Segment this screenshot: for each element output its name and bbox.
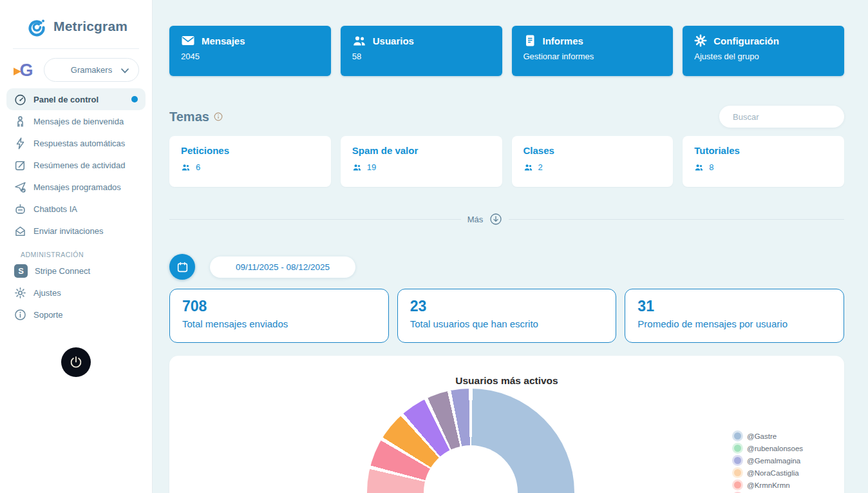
sidebar-item-ai-chatbots[interactable]: Chatbots IA bbox=[6, 198, 146, 220]
metric-cards-row: Mensajes 2045 Usuarios 58 bbox=[169, 26, 844, 76]
metric-card-reports[interactable]: Informes Gestionar informes bbox=[512, 26, 674, 76]
legend-label: @rubenalonsoes bbox=[747, 445, 803, 452]
sidebar-item-label: Respuestas automáticas bbox=[33, 139, 125, 148]
calendar-button[interactable] bbox=[169, 254, 195, 280]
topic-title: Spam de valor bbox=[352, 145, 491, 156]
chevron-down-icon bbox=[121, 68, 129, 73]
topic-card-clases[interactable]: Clases 2 bbox=[512, 136, 674, 187]
chart-card: Usuarios más activos @Gastre @rubenalons… bbox=[169, 356, 844, 493]
stat-value: 708 bbox=[182, 298, 376, 315]
users-icon bbox=[181, 163, 191, 171]
chart-legend: @Gastre @rubenalonsoes @Gemalmagina @Nor… bbox=[734, 432, 803, 493]
legend-item[interactable]: @rubenalonsoes bbox=[734, 445, 803, 452]
info-icon[interactable] bbox=[214, 112, 223, 121]
open-envelope-icon bbox=[14, 225, 26, 237]
sidebar-item-label: Mensajes programados bbox=[33, 182, 121, 192]
stat-card-total-messages: 708 Total mensajes enviados bbox=[169, 289, 389, 343]
more-divider[interactable]: Más bbox=[169, 213, 844, 226]
divider bbox=[13, 48, 139, 49]
send-check-icon bbox=[14, 181, 26, 193]
legend-item[interactable]: @Gastre bbox=[734, 432, 803, 440]
sidebar-item-label: Enviar invitaciones bbox=[33, 226, 103, 236]
search-box bbox=[719, 106, 844, 128]
topic-title: Peticiones bbox=[181, 145, 319, 156]
stat-value: 23 bbox=[410, 298, 604, 315]
power-button[interactable] bbox=[61, 347, 91, 377]
stripe-icon: S bbox=[14, 264, 28, 278]
stat-card-avg-messages: 31 Promedio de mensajes por usuario bbox=[625, 289, 844, 343]
metric-card-title: Usuarios bbox=[373, 35, 414, 46]
legend-label: @Gastre bbox=[747, 432, 777, 440]
topic-card-tutoriales[interactable]: Tutoriales 8 bbox=[683, 136, 844, 187]
arrow-down-circle-icon bbox=[489, 213, 502, 226]
legend-label: @Gemalmagina bbox=[747, 457, 800, 465]
legend-marker bbox=[734, 445, 741, 452]
envelope-icon bbox=[181, 34, 195, 47]
topic-count: 19 bbox=[367, 162, 376, 172]
welcome-person-icon bbox=[14, 115, 26, 128]
calendar-icon bbox=[176, 261, 189, 273]
bolt-icon bbox=[14, 137, 26, 150]
sidebar-item-label: Panel de control bbox=[33, 95, 99, 104]
workspace-selector[interactable]: Gramakers bbox=[44, 58, 139, 82]
sidebar-item-label: Resúmenes de actividad bbox=[33, 160, 125, 170]
sidebar-item-auto-replies[interactable]: Respuestas automáticas bbox=[6, 132, 146, 154]
topic-title: Tutoriales bbox=[694, 145, 833, 156]
sidebar-item-dashboard[interactable]: Panel de control bbox=[6, 88, 146, 110]
divider bbox=[169, 219, 461, 220]
metric-card-title: Mensajes bbox=[202, 35, 245, 46]
metric-card-messages[interactable]: Mensajes 2045 bbox=[169, 26, 331, 76]
sidebar-nav: Panel de control Mensajes de bienvenida … bbox=[6, 88, 146, 325]
sidebar-item-settings[interactable]: Ajustes bbox=[6, 282, 146, 304]
legend-marker bbox=[734, 469, 741, 476]
more-label: Más bbox=[467, 215, 484, 224]
paper-plane-icon bbox=[14, 68, 21, 75]
sidebar-item-label: Soporte bbox=[33, 310, 63, 320]
legend-item[interactable]: @KrmnKrmn bbox=[734, 481, 803, 488]
info-icon bbox=[14, 309, 26, 321]
sidebar-item-label: Ajustes bbox=[33, 288, 61, 298]
metric-card-value: Ajustes del grupo bbox=[694, 52, 833, 61]
metric-card-settings[interactable]: Configuración Ajustes del grupo bbox=[683, 26, 844, 76]
metric-card-users[interactable]: Usuarios 58 bbox=[341, 26, 502, 76]
workspace-name: Gramakers bbox=[71, 65, 112, 75]
users-icon bbox=[524, 163, 533, 171]
gear-icon bbox=[14, 287, 26, 299]
topics-heading: Temas bbox=[169, 110, 209, 124]
stat-label: Promedio de mensajes por usuario bbox=[637, 318, 831, 329]
main-content: Mensajes 2045 Usuarios 58 bbox=[153, 0, 868, 493]
gear-icon bbox=[694, 34, 707, 47]
stat-value: 31 bbox=[637, 298, 831, 315]
legend-marker bbox=[734, 457, 741, 464]
stats-row: 708 Total mensajes enviados 23 Total usu… bbox=[169, 289, 844, 343]
sidebar-item-label: Chatbots IA bbox=[33, 204, 77, 214]
metric-card-value: 2045 bbox=[181, 52, 319, 61]
sidebar-item-stripe-connect[interactable]: S Stripe Connect bbox=[6, 260, 146, 282]
power-icon bbox=[69, 355, 83, 369]
sidebar-item-label: Stripe Connect bbox=[35, 266, 90, 276]
active-dot bbox=[131, 96, 138, 102]
date-range-pill[interactable]: 09/11/2025 - 08/12/2025 bbox=[210, 256, 355, 278]
topic-count: 6 bbox=[196, 162, 200, 172]
topic-cards-row: Peticiones 6 Spam de valor 19 Clases bbox=[169, 136, 844, 187]
sidebar-item-welcome-messages[interactable]: Mensajes de bienvenida bbox=[6, 110, 146, 132]
topic-card-peticiones[interactable]: Peticiones 6 bbox=[169, 136, 331, 187]
divider bbox=[509, 219, 844, 220]
topic-title: Clases bbox=[524, 145, 662, 156]
users-icon bbox=[352, 34, 366, 47]
robot-icon bbox=[14, 203, 26, 215]
topic-count: 2 bbox=[538, 162, 543, 172]
sidebar-item-label: Mensajes de bienvenida bbox=[33, 117, 124, 126]
sidebar-item-activity-summaries[interactable]: Resúmenes de actividad bbox=[6, 154, 146, 176]
users-icon bbox=[352, 163, 362, 171]
topic-card-spam-de-valor[interactable]: Spam de valor 19 bbox=[341, 136, 502, 187]
metric-card-value: 58 bbox=[352, 52, 491, 61]
sidebar-item-scheduled-messages[interactable]: Mensajes programados bbox=[6, 176, 146, 198]
search-input[interactable] bbox=[733, 112, 846, 122]
sidebar-item-send-invitations[interactable]: Enviar invitaciones bbox=[6, 220, 146, 242]
legend-item[interactable]: @Gemalmagina bbox=[734, 457, 803, 464]
sidebar-item-support[interactable]: Soporte bbox=[6, 304, 146, 325]
legend-item[interactable]: @NoraCastiglia bbox=[734, 469, 803, 476]
date-range-text: 09/11/2025 - 08/12/2025 bbox=[236, 262, 330, 272]
date-row: 09/11/2025 - 08/12/2025 bbox=[169, 254, 844, 280]
